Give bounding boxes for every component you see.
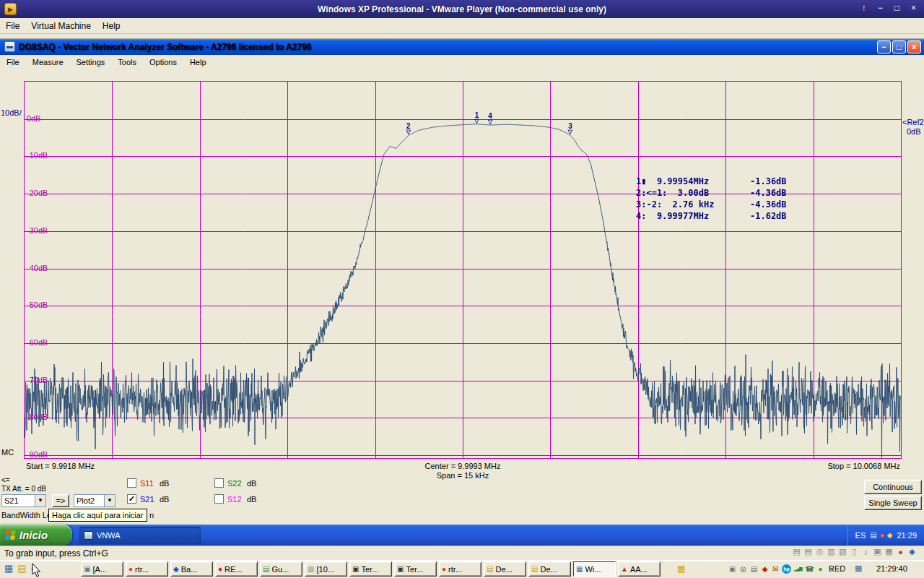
usb-icon[interactable]: ▯ [850,547,859,556]
vmware-menu-help[interactable]: Help [97,19,126,33]
taskbar-app-0[interactable]: ▣[A... [81,561,123,577]
plot-marker-3[interactable]: 3▽ [568,123,572,135]
taskbar-app-5[interactable]: ▥[10... [305,561,347,577]
checkbox-unit-label: dB [247,495,256,504]
taskbar-app-4[interactable]: ▤Gu... [260,561,302,577]
plot-select[interactable]: Plot2 ▼ [74,494,116,507]
taskbar-app-label: Ter... [361,565,378,574]
checkbox-s22[interactable]: S22dB [214,478,256,488]
taskbar-app-11[interactable]: ▦Wi... [573,561,616,577]
vnwa-menu-help[interactable]: Help [183,56,213,68]
taskbar-app-6[interactable]: ▣Ter... [349,561,392,577]
minimize-icon[interactable]: − [877,40,891,53]
start-button[interactable]: Inicio [0,525,72,545]
taskbar-app-8[interactable]: ●rtr... [439,561,481,577]
vnwa-menu-measure[interactable]: Measure [26,56,70,68]
taskbar-app-label: Wi... [585,565,601,574]
status-icon[interactable]: ● [816,564,825,574]
vnwa-menu-file[interactable]: File [0,56,26,68]
cdrom-icon[interactable]: ◎ [815,547,824,556]
vnwa-menu-options[interactable]: Options [143,56,183,68]
checkbox-box[interactable] [214,494,224,504]
close-icon[interactable]: × [907,2,920,14]
taskbar-app-12[interactable]: ▲AA... [618,561,661,577]
security-icon[interactable]: ◆ [887,531,893,539]
harddisk2-icon[interactable]: ▤ [803,547,813,556]
plot-marker-1[interactable]: 1▽ [474,112,479,124]
marker-readout-row: 2:<=1: 3.00dB-4.36dB [636,188,787,199]
reference-label: <Ref2 [902,118,924,126]
plot-area[interactable]: 0dB-10dB-20dB-30dB-40dB-50dB-60dB-70dB-8… [24,81,902,459]
maximize-icon[interactable]: □ [892,40,906,53]
language-indicator[interactable]: ES [855,531,866,540]
vmware-menubar: FileVirtual MachineHelp [0,18,924,34]
serial-icon[interactable]: ▣ [873,547,882,556]
chevron-down-icon[interactable]: ▼ [35,495,45,506]
vnwa-menu-settings[interactable]: Settings [70,56,112,68]
minimize-icon[interactable]: − [874,2,886,14]
record-icon[interactable]: ● [896,548,905,556]
taskbar-app-3[interactable]: ●RE... [215,561,258,577]
marker-triangle-icon: ▽ [568,129,572,135]
vmware-menu-virtual-machine[interactable]: Virtual Machine [25,19,97,33]
checkbox-s11[interactable]: S11dB [127,478,169,488]
taskbar-app-label: rtr... [135,565,149,574]
checkbox-s21[interactable]: ✓S21dB [127,493,169,504]
printer-icon[interactable]: ▤ [749,564,759,574]
show-desktop-icon[interactable]: ▦ [4,563,13,574]
single-sweep-button[interactable]: Single Sweep [864,496,922,510]
wifi-signal-icon[interactable]: ▂▄▆ [793,564,803,574]
marker-readout-value: -4.36dB [750,199,787,211]
sparam-select[interactable]: S21 ▼ [1,494,46,507]
taskbar-app-label: [10... [316,565,334,574]
taskbar-app-label: Ter... [406,565,423,574]
taskbar-app-9[interactable]: ▤De... [484,561,526,577]
keyboard-layout-icon[interactable]: ▤ [870,531,876,539]
sound-icon[interactable]: ♪ [861,548,871,556]
marker-triangle-icon: ▽ [474,118,479,124]
folder-icon[interactable]: ▤ [17,563,26,574]
mail-icon[interactable]: ✉ [771,564,780,574]
maximize-icon[interactable]: □ [891,2,903,14]
network-icon[interactable]: ▦ [855,564,862,573]
taskbar-app-label: RE... [225,565,242,574]
continuous-sweep-button[interactable]: Continuous [864,480,922,494]
app-window-icon[interactable]: ▣ [728,564,737,574]
vnwa-menu-tools[interactable]: Tools [111,56,143,68]
taskbar-app-7[interactable]: ▣Ter... [394,561,437,577]
update-icon[interactable]: ● [880,531,884,539]
vnwa-task-icon [84,531,93,540]
taskbar-app-1[interactable]: ●rtr... [126,561,168,577]
marker-readout-value: -4.36dB [750,188,787,199]
app-icon: ▣ [84,565,90,573]
taskbar-app-10[interactable]: ▤De... [528,561,571,577]
display-icon[interactable]: ▦ [884,547,894,556]
vmware-menu-file[interactable]: File [0,19,25,33]
phone-icon[interactable]: ☎ [805,564,814,574]
close-icon[interactable]: × [907,40,921,53]
vmware-icon[interactable]: ◆ [907,547,917,556]
plot-marker-2[interactable]: 2▽ [406,123,411,135]
notifier-icon[interactable]: ▦ [677,564,685,574]
checkbox-s12[interactable]: S12dB [214,493,256,504]
hp-icon[interactable]: hp [782,564,791,574]
floppy-icon[interactable]: ▥ [827,547,836,556]
taskbar-app-2[interactable]: ◆Ba... [170,561,213,577]
chevron-down-icon[interactable]: ▼ [104,495,115,506]
taskbar-button-vnwa[interactable]: VNWA [79,527,201,544]
assign-plot-button[interactable]: => [52,494,69,507]
unity-icon[interactable]: ↑ [858,2,870,14]
harddisk-icon[interactable]: ▤ [792,547,801,556]
antivirus-icon[interactable]: ◆ [760,564,770,574]
plot-marker-4[interactable]: 4▽ [488,113,492,125]
marker-triangle-icon: ▽ [406,129,411,135]
marker-readout-text: 2:<=1: 3.00dB [636,188,750,199]
checkbox-box[interactable]: ✓ [127,494,136,504]
marker-readout-row: 4: 9.99977MHz-1.62dB [636,211,787,223]
network-adapter-icon[interactable]: ▧ [838,547,847,556]
checkbox-box[interactable] [127,478,136,488]
start-frequency-label: Start = 9.9918 MHz [26,462,95,470]
search-icon[interactable]: ◎ [738,564,748,574]
windows-flag-quadrant [5,535,10,540]
checkbox-box[interactable] [214,478,224,488]
